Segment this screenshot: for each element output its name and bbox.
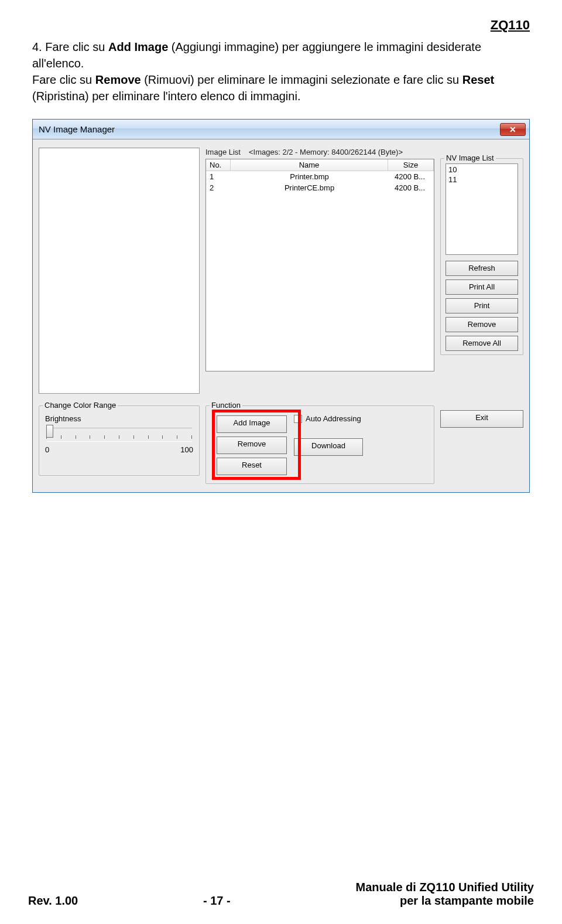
refresh-button[interactable]: Refresh <box>446 261 518 276</box>
instr-remove-bold: Remove <box>95 73 141 86</box>
footer-rev: Rev. 1.00 <box>28 894 78 908</box>
remove-all-button[interactable]: Remove All <box>446 336 518 351</box>
instr-l2-pre: Fare clic su <box>32 73 95 86</box>
table-row[interactable]: 1 Printer.bmp 4200 B... <box>206 171 434 182</box>
color-range-legend: Change Color Range <box>43 401 118 410</box>
instr-reset-bold: Reset <box>462 73 494 86</box>
image-list-table[interactable]: No. Name Size 1 Printer.bmp 4200 B... 2 … <box>205 159 434 371</box>
nv-image-manager-window: NV Image Manager ✕ Image List <Images: 2… <box>32 119 530 493</box>
cell-name: Printer.bmp <box>232 172 387 181</box>
list-item[interactable]: 10 <box>448 165 515 175</box>
cell-name: PrinterCE.bmp <box>232 183 387 192</box>
footer-page: - 17 - <box>203 894 231 908</box>
nv-image-listbox[interactable]: 10 11 <box>446 163 518 255</box>
list-item[interactable]: 11 <box>448 175 515 185</box>
titlebar: NV Image Manager ✕ <box>33 120 529 139</box>
exit-button[interactable]: Exit <box>440 410 523 428</box>
instruction-text: 4. Fare clic su Add Image (Aggiungi imma… <box>32 39 530 104</box>
instr-l2-end: (Ripristina) per eliminare l'intero elen… <box>32 90 300 103</box>
header-product-code: ZQ110 <box>32 18 530 33</box>
footer-manual-l2: per la stampante mobile <box>356 894 534 908</box>
print-button[interactable]: Print <box>446 298 518 313</box>
function-group: Function Add Image Remove Reset Auto Add… <box>205 405 434 484</box>
close-button[interactable]: ✕ <box>500 123 526 136</box>
nv-list-legend: NV Image List <box>444 154 496 162</box>
auto-addressing-label: Auto Addressing <box>306 414 361 423</box>
image-list-column: Image List <Images: 2/2 - Memory: 8400/2… <box>205 148 434 394</box>
nv-remove-button[interactable]: Remove <box>446 317 518 332</box>
slider-min: 0 <box>45 445 49 454</box>
footer-manual-l1: Manuale di ZQ110 Unified Utility <box>356 881 534 894</box>
instr-prefix: 4. Fare clic su <box>32 40 108 53</box>
image-list-label: Image List <box>205 148 241 156</box>
change-color-range-group: Change Color Range Brightness 0 100 <box>39 405 200 476</box>
instr-l2-mid: (Rimuovi) per eliminare le immagini sele… <box>141 73 462 86</box>
add-image-button[interactable]: Add Image <box>217 415 287 433</box>
cell-no: 1 <box>207 172 232 181</box>
brightness-label: Brightness <box>45 414 194 423</box>
remove-button[interactable]: Remove <box>217 437 287 454</box>
col-size[interactable]: Size <box>388 159 434 171</box>
instr-addimage-bold: Add Image <box>108 40 168 53</box>
right-column: NV Image List 10 11 Refresh Print All Pr… <box>440 148 523 394</box>
image-list-info: <Images: 2/2 - Memory: 8400/262144 (Byte… <box>249 148 403 156</box>
page-footer: Rev. 1.00 - 17 - Manuale di ZQ110 Unifie… <box>28 881 534 908</box>
function-legend: Function <box>210 401 242 410</box>
brightness-slider[interactable] <box>46 428 192 442</box>
col-name[interactable]: Name <box>231 159 388 171</box>
cell-size: 4200 B... <box>387 172 433 181</box>
table-row[interactable]: 2 PrinterCE.bmp 4200 B... <box>206 182 434 193</box>
reset-button[interactable]: Reset <box>217 458 287 475</box>
print-all-button[interactable]: Print All <box>446 279 518 295</box>
col-no[interactable]: No. <box>206 159 231 171</box>
slider-max: 100 <box>180 445 193 454</box>
auto-addressing-row[interactable]: Auto Addressing <box>294 414 429 423</box>
cell-size: 4200 B... <box>387 183 433 192</box>
download-button[interactable]: Download <box>294 438 363 456</box>
window-title: NV Image Manager <box>39 124 500 134</box>
auto-addressing-checkbox[interactable] <box>294 415 302 423</box>
footer-manual: Manuale di ZQ110 Unified Utility per la … <box>356 881 534 908</box>
nv-image-list-group: NV Image List 10 11 Refresh Print All Pr… <box>440 158 523 355</box>
close-icon: ✕ <box>509 125 516 134</box>
cell-no: 2 <box>207 183 232 192</box>
image-preview-area <box>39 148 200 394</box>
